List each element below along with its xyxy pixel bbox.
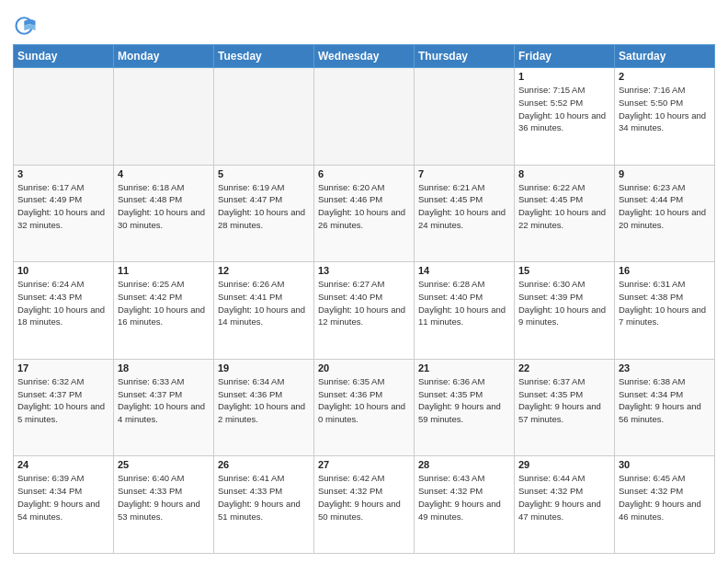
day-info: Sunrise: 6:34 AMSunset: 4:36 PMDaylight:…	[218, 375, 310, 426]
day-info: Sunrise: 6:24 AMSunset: 4:43 PMDaylight:…	[17, 278, 109, 328]
day-cell: 23Sunrise: 6:38 AMSunset: 4:34 PMDayligh…	[615, 359, 715, 456]
day-cell: 16Sunrise: 6:31 AMSunset: 4:38 PMDayligh…	[615, 262, 715, 360]
day-cell: 21Sunrise: 6:36 AMSunset: 4:35 PMDayligh…	[415, 359, 515, 456]
day-number: 16	[619, 265, 711, 276]
col-header-thursday: Thursday	[415, 45, 515, 68]
day-number: 2	[619, 71, 711, 82]
week-row-4: 24Sunrise: 6:39 AMSunset: 4:34 PMDayligh…	[14, 456, 715, 554]
day-cell	[14, 68, 114, 166]
day-info: Sunrise: 6:22 AMSunset: 4:45 PMDaylight:…	[518, 181, 610, 232]
day-number: 6	[318, 168, 410, 179]
day-cell	[314, 68, 415, 166]
day-cell: 26Sunrise: 6:41 AMSunset: 4:33 PMDayligh…	[214, 456, 314, 554]
day-cell: 24Sunrise: 6:39 AMSunset: 4:34 PMDayligh…	[14, 456, 114, 554]
day-info: Sunrise: 6:25 AMSunset: 4:42 PMDaylight:…	[118, 278, 210, 328]
day-info: Sunrise: 6:21 AMSunset: 4:45 PMDaylight:…	[418, 181, 510, 232]
header-row: SundayMondayTuesdayWednesdayThursdayFrid…	[14, 45, 715, 68]
day-cell: 14Sunrise: 6:28 AMSunset: 4:40 PMDayligh…	[415, 262, 515, 360]
day-info: Sunrise: 6:43 AMSunset: 4:32 PMDaylight:…	[418, 472, 510, 523]
day-cell	[214, 68, 314, 166]
day-cell: 8Sunrise: 6:22 AMSunset: 4:45 PMDaylight…	[515, 165, 615, 262]
day-cell: 25Sunrise: 6:40 AMSunset: 4:33 PMDayligh…	[114, 456, 214, 554]
day-number: 8	[518, 168, 610, 179]
day-number: 18	[118, 362, 210, 373]
day-number: 22	[518, 362, 610, 373]
logo	[13, 13, 42, 39]
day-info: Sunrise: 6:45 AMSunset: 4:32 PMDaylight:…	[619, 472, 711, 523]
day-info: Sunrise: 6:44 AMSunset: 4:32 PMDaylight:…	[518, 472, 610, 523]
day-number: 15	[518, 265, 610, 276]
day-info: Sunrise: 6:39 AMSunset: 4:34 PMDaylight:…	[17, 472, 109, 523]
day-info: Sunrise: 6:23 AMSunset: 4:44 PMDaylight:…	[619, 181, 711, 232]
day-cell	[114, 68, 214, 166]
logo-icon	[13, 13, 39, 39]
day-cell: 5Sunrise: 6:19 AMSunset: 4:47 PMDaylight…	[214, 165, 314, 262]
day-cell: 28Sunrise: 6:43 AMSunset: 4:32 PMDayligh…	[415, 456, 515, 554]
day-cell: 22Sunrise: 6:37 AMSunset: 4:35 PMDayligh…	[515, 359, 615, 456]
day-info: Sunrise: 6:38 AMSunset: 4:34 PMDaylight:…	[619, 375, 711, 426]
day-info: Sunrise: 6:26 AMSunset: 4:41 PMDaylight:…	[218, 278, 310, 328]
day-number: 17	[17, 362, 109, 373]
day-info: Sunrise: 6:32 AMSunset: 4:37 PMDaylight:…	[17, 375, 109, 426]
day-cell: 12Sunrise: 6:26 AMSunset: 4:41 PMDayligh…	[214, 262, 314, 360]
day-info: Sunrise: 6:42 AMSunset: 4:32 PMDaylight:…	[318, 472, 410, 523]
day-info: Sunrise: 6:27 AMSunset: 4:40 PMDaylight:…	[318, 278, 410, 328]
day-info: Sunrise: 6:30 AMSunset: 4:39 PMDaylight:…	[518, 278, 610, 328]
col-header-sunday: Sunday	[14, 45, 114, 68]
day-number: 23	[619, 362, 711, 373]
day-cell	[415, 68, 515, 166]
day-cell: 30Sunrise: 6:45 AMSunset: 4:32 PMDayligh…	[615, 456, 715, 554]
day-number: 28	[418, 459, 510, 470]
day-cell: 3Sunrise: 6:17 AMSunset: 4:49 PMDaylight…	[14, 165, 114, 262]
day-info: Sunrise: 6:17 AMSunset: 4:49 PMDaylight:…	[17, 181, 109, 232]
day-info: Sunrise: 6:40 AMSunset: 4:33 PMDaylight:…	[118, 472, 210, 523]
day-info: Sunrise: 6:33 AMSunset: 4:37 PMDaylight:…	[118, 375, 210, 426]
week-row-2: 10Sunrise: 6:24 AMSunset: 4:43 PMDayligh…	[14, 262, 715, 360]
day-info: Sunrise: 7:16 AMSunset: 5:50 PMDaylight:…	[619, 84, 711, 134]
day-info: Sunrise: 6:20 AMSunset: 4:46 PMDaylight:…	[318, 181, 410, 232]
day-number: 5	[218, 168, 310, 179]
day-number: 19	[218, 362, 310, 373]
day-cell: 7Sunrise: 6:21 AMSunset: 4:45 PMDaylight…	[415, 165, 515, 262]
day-cell: 20Sunrise: 6:35 AMSunset: 4:36 PMDayligh…	[314, 359, 415, 456]
day-number: 13	[318, 265, 410, 276]
day-info: Sunrise: 6:18 AMSunset: 4:48 PMDaylight:…	[118, 181, 210, 232]
calendar-body: 1Sunrise: 7:15 AMSunset: 5:52 PMDaylight…	[14, 68, 715, 554]
day-number: 1	[518, 71, 610, 82]
day-cell: 19Sunrise: 6:34 AMSunset: 4:36 PMDayligh…	[214, 359, 314, 456]
day-cell: 11Sunrise: 6:25 AMSunset: 4:42 PMDayligh…	[114, 262, 214, 360]
day-cell: 27Sunrise: 6:42 AMSunset: 4:32 PMDayligh…	[314, 456, 415, 554]
day-cell: 10Sunrise: 6:24 AMSunset: 4:43 PMDayligh…	[14, 262, 114, 360]
day-number: 7	[418, 168, 510, 179]
col-header-saturday: Saturday	[615, 45, 715, 68]
day-info: Sunrise: 6:41 AMSunset: 4:33 PMDaylight:…	[218, 472, 310, 523]
day-number: 25	[118, 459, 210, 470]
day-info: Sunrise: 6:35 AMSunset: 4:36 PMDaylight:…	[318, 375, 410, 426]
day-number: 30	[619, 459, 711, 470]
col-header-wednesday: Wednesday	[314, 45, 415, 68]
day-number: 29	[518, 459, 610, 470]
week-row-3: 17Sunrise: 6:32 AMSunset: 4:37 PMDayligh…	[14, 359, 715, 456]
day-info: Sunrise: 6:37 AMSunset: 4:35 PMDaylight:…	[518, 375, 610, 426]
day-cell: 1Sunrise: 7:15 AMSunset: 5:52 PMDaylight…	[515, 68, 615, 166]
day-cell: 29Sunrise: 6:44 AMSunset: 4:32 PMDayligh…	[515, 456, 615, 554]
day-number: 4	[118, 168, 210, 179]
day-cell: 15Sunrise: 6:30 AMSunset: 4:39 PMDayligh…	[515, 262, 615, 360]
day-cell: 9Sunrise: 6:23 AMSunset: 4:44 PMDaylight…	[615, 165, 715, 262]
page: SundayMondayTuesdayWednesdayThursdayFrid…	[0, 0, 728, 563]
day-cell: 18Sunrise: 6:33 AMSunset: 4:37 PMDayligh…	[114, 359, 214, 456]
day-info: Sunrise: 7:15 AMSunset: 5:52 PMDaylight:…	[518, 84, 610, 134]
calendar-table: SundayMondayTuesdayWednesdayThursdayFrid…	[13, 44, 715, 554]
day-number: 20	[318, 362, 410, 373]
day-number: 24	[17, 459, 109, 470]
header	[13, 9, 715, 39]
day-cell: 4Sunrise: 6:18 AMSunset: 4:48 PMDaylight…	[114, 165, 214, 262]
day-number: 27	[318, 459, 410, 470]
week-row-1: 3Sunrise: 6:17 AMSunset: 4:49 PMDaylight…	[14, 165, 715, 262]
day-number: 12	[218, 265, 310, 276]
day-info: Sunrise: 6:19 AMSunset: 4:47 PMDaylight:…	[218, 181, 310, 232]
day-info: Sunrise: 6:36 AMSunset: 4:35 PMDaylight:…	[418, 375, 510, 426]
day-cell: 17Sunrise: 6:32 AMSunset: 4:37 PMDayligh…	[14, 359, 114, 456]
day-number: 11	[118, 265, 210, 276]
day-number: 26	[218, 459, 310, 470]
